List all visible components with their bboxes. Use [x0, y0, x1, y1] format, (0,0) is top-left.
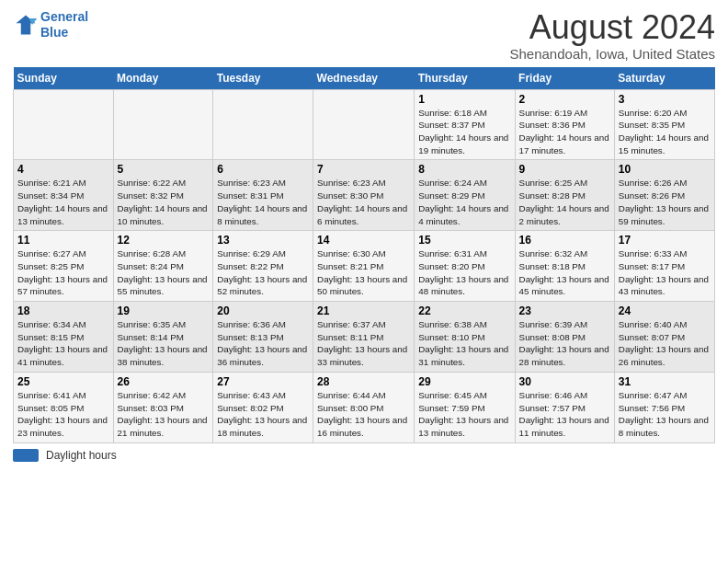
day-detail: Sunrise: 6:39 AMSunset: 8:08 PMDaylight:… [519, 318, 610, 369]
day-cell: 12Sunrise: 6:28 AMSunset: 8:24 PMDayligh… [113, 231, 213, 302]
day-detail: Sunrise: 6:42 AMSunset: 8:03 PMDaylight:… [118, 389, 210, 440]
day-cell: 29Sunrise: 6:45 AMSunset: 7:59 PMDayligh… [415, 372, 515, 442]
day-detail: Sunrise: 6:38 AMSunset: 8:10 PMDaylight:… [418, 318, 510, 369]
day-cell: 15Sunrise: 6:31 AMSunset: 8:20 PMDayligh… [415, 231, 515, 302]
day-number: 25 [17, 375, 109, 388]
col-tuesday: Tuesday [213, 67, 313, 90]
day-cell: 31Sunrise: 6:47 AMSunset: 7:56 PMDayligh… [614, 372, 714, 442]
calendar-body: 1Sunrise: 6:18 AMSunset: 8:37 PMDaylight… [14, 89, 715, 442]
day-detail: Sunrise: 6:30 AMSunset: 8:21 PMDaylight:… [317, 247, 410, 298]
day-number: 15 [418, 234, 510, 247]
day-number: 29 [418, 375, 510, 388]
logo: General Blue [13, 9, 88, 40]
day-number: 13 [217, 234, 309, 247]
header: General Blue August 2024 Shenandoah, Iow… [13, 9, 715, 62]
day-cell: 16Sunrise: 6:32 AMSunset: 8:18 PMDayligh… [515, 231, 614, 302]
day-number: 19 [118, 304, 210, 317]
day-number: 7 [317, 163, 410, 176]
week-row-4: 25Sunrise: 6:41 AMSunset: 8:05 PMDayligh… [14, 372, 715, 442]
day-number: 4 [17, 163, 109, 176]
day-cell: 23Sunrise: 6:39 AMSunset: 8:08 PMDayligh… [515, 302, 614, 373]
day-number: 11 [17, 234, 109, 247]
day-number: 30 [519, 375, 610, 388]
day-cell: 2Sunrise: 6:19 AMSunset: 8:36 PMDaylight… [515, 89, 614, 160]
day-cell: 7Sunrise: 6:23 AMSunset: 8:30 PMDaylight… [313, 160, 415, 231]
footer: Daylight hours [13, 449, 715, 462]
day-number: 6 [217, 163, 309, 176]
day-cell: 19Sunrise: 6:35 AMSunset: 8:14 PMDayligh… [113, 302, 213, 373]
day-number: 26 [118, 375, 210, 388]
day-detail: Sunrise: 6:23 AMSunset: 8:30 PMDaylight:… [317, 177, 410, 227]
day-cell: 21Sunrise: 6:37 AMSunset: 8:11 PMDayligh… [313, 302, 415, 373]
header-row: Sunday Monday Tuesday Wednesday Thursday… [14, 67, 715, 90]
day-cell: 24Sunrise: 6:40 AMSunset: 8:07 PMDayligh… [614, 302, 714, 373]
day-cell [14, 89, 114, 160]
day-detail: Sunrise: 6:24 AMSunset: 8:29 PMDaylight:… [418, 177, 510, 227]
day-cell: 20Sunrise: 6:36 AMSunset: 8:13 PMDayligh… [213, 302, 313, 373]
day-number: 23 [519, 304, 610, 317]
day-number: 18 [17, 304, 109, 317]
day-detail: Sunrise: 6:40 AMSunset: 8:07 PMDaylight:… [619, 318, 711, 369]
day-cell: 30Sunrise: 6:46 AMSunset: 7:57 PMDayligh… [515, 372, 614, 442]
day-number: 3 [619, 93, 711, 106]
day-detail: Sunrise: 6:19 AMSunset: 8:36 PMDaylight:… [519, 107, 610, 157]
daylight-swatch [13, 449, 39, 462]
day-detail: Sunrise: 6:34 AMSunset: 8:15 PMDaylight:… [17, 318, 109, 369]
day-detail: Sunrise: 6:29 AMSunset: 8:22 PMDaylight:… [217, 247, 309, 298]
day-number: 10 [619, 163, 711, 176]
day-cell: 17Sunrise: 6:33 AMSunset: 8:17 PMDayligh… [614, 231, 714, 302]
day-cell: 9Sunrise: 6:25 AMSunset: 8:28 PMDaylight… [515, 160, 614, 231]
subtitle: Shenandoah, Iowa, United States [510, 46, 716, 62]
day-cell: 13Sunrise: 6:29 AMSunset: 8:22 PMDayligh… [213, 231, 313, 302]
day-cell: 25Sunrise: 6:41 AMSunset: 8:05 PMDayligh… [14, 372, 114, 442]
day-detail: Sunrise: 6:26 AMSunset: 8:26 PMDaylight:… [619, 177, 711, 227]
day-detail: Sunrise: 6:47 AMSunset: 7:56 PMDaylight:… [619, 389, 711, 440]
day-detail: Sunrise: 6:27 AMSunset: 8:25 PMDaylight:… [17, 247, 109, 298]
day-detail: Sunrise: 6:43 AMSunset: 8:02 PMDaylight:… [217, 389, 309, 440]
day-detail: Sunrise: 6:23 AMSunset: 8:31 PMDaylight:… [217, 177, 309, 227]
day-number: 21 [317, 304, 410, 317]
day-cell: 4Sunrise: 6:21 AMSunset: 8:34 PMDaylight… [14, 160, 114, 231]
day-detail: Sunrise: 6:41 AMSunset: 8:05 PMDaylight:… [17, 389, 109, 440]
day-detail: Sunrise: 6:25 AMSunset: 8:28 PMDaylight:… [519, 177, 610, 227]
day-cell: 8Sunrise: 6:24 AMSunset: 8:29 PMDaylight… [415, 160, 515, 231]
day-detail: Sunrise: 6:44 AMSunset: 8:00 PMDaylight:… [317, 389, 410, 440]
logo-line2: Blue [40, 25, 68, 40]
week-row-2: 11Sunrise: 6:27 AMSunset: 8:25 PMDayligh… [14, 231, 715, 302]
day-number: 8 [418, 163, 510, 176]
day-cell: 27Sunrise: 6:43 AMSunset: 8:02 PMDayligh… [213, 372, 313, 442]
col-monday: Monday [113, 67, 213, 90]
day-cell: 26Sunrise: 6:42 AMSunset: 8:03 PMDayligh… [113, 372, 213, 442]
day-number: 24 [619, 304, 711, 317]
day-detail: Sunrise: 6:22 AMSunset: 8:32 PMDaylight:… [118, 177, 210, 227]
day-cell: 6Sunrise: 6:23 AMSunset: 8:31 PMDaylight… [213, 160, 313, 231]
day-cell: 18Sunrise: 6:34 AMSunset: 8:15 PMDayligh… [14, 302, 114, 373]
day-number: 16 [519, 234, 610, 247]
day-detail: Sunrise: 6:35 AMSunset: 8:14 PMDaylight:… [118, 318, 210, 369]
day-number: 27 [217, 375, 309, 388]
day-detail: Sunrise: 6:31 AMSunset: 8:20 PMDaylight:… [418, 247, 510, 298]
day-cell: 10Sunrise: 6:26 AMSunset: 8:26 PMDayligh… [614, 160, 714, 231]
day-number: 31 [619, 375, 711, 388]
day-number: 9 [519, 163, 610, 176]
week-row-1: 4Sunrise: 6:21 AMSunset: 8:34 PMDaylight… [14, 160, 715, 231]
page-container: General Blue August 2024 Shenandoah, Iow… [0, 0, 728, 469]
calendar-table: Sunday Monday Tuesday Wednesday Thursday… [13, 67, 715, 443]
title-block: August 2024 Shenandoah, Iowa, United Sta… [510, 9, 716, 62]
logo-text: General Blue [40, 9, 88, 40]
day-number: 28 [317, 375, 410, 388]
day-detail: Sunrise: 6:28 AMSunset: 8:24 PMDaylight:… [118, 247, 210, 298]
day-cell: 14Sunrise: 6:30 AMSunset: 8:21 PMDayligh… [313, 231, 415, 302]
day-detail: Sunrise: 6:33 AMSunset: 8:17 PMDaylight:… [619, 247, 711, 298]
calendar-header: Sunday Monday Tuesday Wednesday Thursday… [14, 67, 715, 90]
day-detail: Sunrise: 6:20 AMSunset: 8:35 PMDaylight:… [619, 107, 711, 157]
day-cell [313, 89, 415, 160]
day-detail: Sunrise: 6:45 AMSunset: 7:59 PMDaylight:… [418, 389, 510, 440]
day-number: 14 [317, 234, 410, 247]
day-detail: Sunrise: 6:37 AMSunset: 8:11 PMDaylight:… [317, 318, 410, 369]
day-cell [213, 89, 313, 160]
main-title: August 2024 [510, 9, 716, 46]
day-cell: 3Sunrise: 6:20 AMSunset: 8:35 PMDaylight… [614, 89, 714, 160]
day-number: 5 [118, 163, 210, 176]
week-row-0: 1Sunrise: 6:18 AMSunset: 8:37 PMDaylight… [14, 89, 715, 160]
